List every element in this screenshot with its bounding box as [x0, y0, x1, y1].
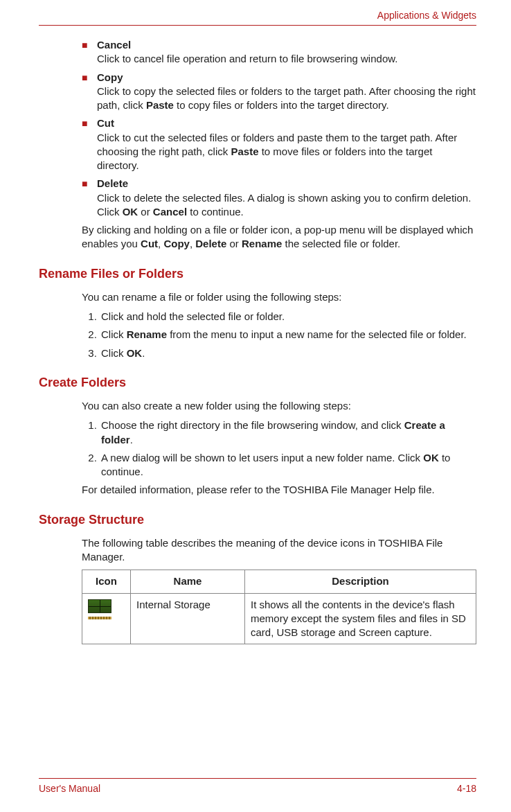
square-bullet-icon: ■ [82, 38, 97, 67]
bullet-description: Click to delete the selected files. A di… [97, 191, 476, 220]
col-description: Description [245, 570, 476, 593]
heading-rename: Rename Files or Folders [39, 265, 476, 282]
table-row: Internal StorageIt shows all the content… [82, 593, 476, 644]
rename-block: You can rename a file or folder using th… [82, 290, 476, 360]
header: Applications & Widgets [39, 10, 476, 25]
bullet-term: Cancel [97, 38, 476, 52]
footer: User's Manual 4-18 [39, 778, 476, 794]
create-block: You can also create a new folder using t… [82, 399, 476, 497]
footer-page-number: 4-18 [457, 783, 476, 794]
footer-rule [39, 778, 476, 779]
header-rule [39, 25, 476, 26]
memory-pins-icon [88, 617, 111, 619]
bullet-term: Delete [97, 177, 476, 191]
bullet-item: ■CancelClick to cancel file operation an… [82, 38, 476, 67]
rename-steps-list: Click and hold the selected file or fold… [96, 310, 476, 360]
bullet-body: DeleteClick to delete the selected files… [97, 177, 476, 219]
header-section-title: Applications & Widgets [377, 10, 476, 21]
square-bullet-icon: ■ [82, 116, 97, 173]
list-item: A new dialog will be shown to let users … [100, 451, 476, 479]
bullet-term: Cut [97, 116, 476, 130]
table-header-row: Icon Name Description [82, 570, 476, 593]
create-outro: For detailed information, please refer t… [82, 483, 476, 497]
create-steps-list: Choose the right directory in the file b… [96, 418, 476, 479]
square-bullet-icon: ■ [82, 177, 97, 219]
bullet-term: Copy [97, 71, 476, 85]
footer-manual-label: User's Manual [39, 783, 100, 794]
col-icon: Icon [82, 570, 131, 593]
bullet-description: Click to copy the selected files or fold… [97, 85, 476, 113]
col-name: Name [131, 570, 245, 593]
context-menu-note: By clicking and holding on a file or fol… [82, 223, 476, 251]
cell-name: Internal Storage [131, 593, 245, 644]
bullet-body: CancelClick to cancel file operation and… [97, 38, 476, 67]
bullet-description: Click to cut the selected files or folde… [97, 131, 476, 173]
list-item: Choose the right directory in the file b… [100, 418, 476, 447]
cell-description: It shows all the contents in the device'… [245, 593, 476, 644]
bullet-list-block: ■CancelClick to cancel file operation an… [82, 38, 476, 251]
list-item: Click OK. [100, 346, 476, 360]
bullet-item: ■DeleteClick to delete the selected file… [82, 177, 476, 219]
bullet-body: CopyClick to copy the selected files or … [97, 71, 476, 113]
storage-block: The following table describes the meanin… [82, 536, 476, 645]
heading-storage: Storage Structure [39, 511, 476, 528]
manual-page: Applications & Widgets ■CancelClick to c… [0, 0, 511, 812]
memory-chip-icon [88, 599, 111, 613]
list-item: Click and hold the selected file or fold… [100, 310, 476, 324]
content-area: ■CancelClick to cancel file operation an… [39, 38, 476, 644]
bullet-item: ■CutClick to cut the selected files or f… [82, 116, 476, 173]
create-intro: You can also create a new folder using t… [82, 399, 476, 413]
storage-intro: The following table describes the meanin… [82, 536, 476, 565]
square-bullet-icon: ■ [82, 71, 97, 113]
heading-create: Create Folders [39, 374, 476, 391]
storage-table: Icon Name Description Internal StorageIt… [82, 570, 476, 644]
bullet-body: CutClick to cut the selected files or fo… [97, 116, 476, 173]
rename-intro: You can rename a file or folder using th… [82, 290, 476, 304]
bullet-item: ■CopyClick to copy the selected files or… [82, 71, 476, 113]
bullet-description: Click to cancel file operation and retur… [97, 52, 476, 66]
list-item: Click Rename from the menu to input a ne… [100, 328, 476, 342]
cell-icon [82, 593, 131, 644]
